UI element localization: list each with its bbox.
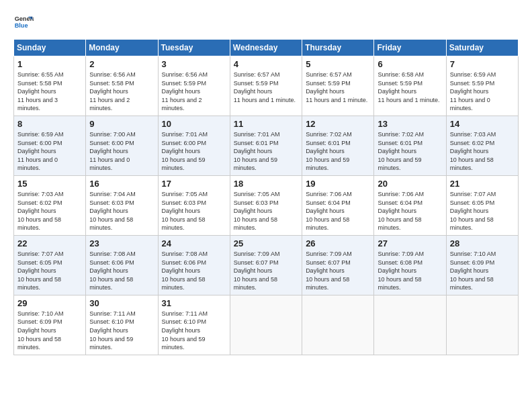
day-info: Sunrise: 7:05 AM Sunset: 6:03 PM Dayligh…: [162, 190, 226, 232]
day-cell: 17 Sunrise: 7:05 AM Sunset: 6:03 PM Dayl…: [158, 175, 230, 235]
day-number: 2: [89, 59, 154, 69]
day-number: 7: [450, 59, 515, 69]
day-info: Sunrise: 6:59 AM Sunset: 6:00 PM Dayligh…: [17, 130, 82, 173]
day-header-friday: Friday: [374, 40, 446, 56]
day-info: Sunrise: 7:02 AM Sunset: 6:01 PM Dayligh…: [378, 130, 442, 173]
day-header-monday: Monday: [86, 40, 158, 56]
day-number: 1: [17, 59, 82, 69]
day-number: 18: [234, 179, 298, 189]
day-cell: 2 Sunrise: 6:56 AM Sunset: 5:58 PM Dayli…: [86, 56, 158, 116]
day-cell: 15 Sunrise: 7:03 AM Sunset: 6:02 PM Dayl…: [14, 175, 86, 235]
day-info: Sunrise: 7:01 AM Sunset: 6:01 PM Dayligh…: [234, 130, 298, 173]
day-number: 29: [17, 298, 82, 308]
day-cell: 21 Sunrise: 7:07 AM Sunset: 6:05 PM Dayl…: [446, 175, 518, 235]
day-info: Sunrise: 7:10 AM Sunset: 6:09 PM Dayligh…: [450, 250, 515, 292]
day-number: 15: [17, 179, 82, 189]
day-info: Sunrise: 6:55 AM Sunset: 5:58 PM Dayligh…: [17, 71, 82, 113]
day-info: Sunrise: 7:09 AM Sunset: 6:07 PM Dayligh…: [234, 250, 298, 292]
day-header-wednesday: Wednesday: [230, 40, 302, 56]
day-number: 12: [306, 119, 370, 129]
day-info: Sunrise: 7:00 AM Sunset: 6:00 PM Dayligh…: [89, 130, 154, 173]
day-number: 16: [89, 179, 154, 189]
day-cell: 19 Sunrise: 7:06 AM Sunset: 6:04 PM Dayl…: [302, 175, 374, 235]
logo-icon: General Blue: [13, 12, 34, 32]
week-row-1: 1 Sunrise: 6:55 AM Sunset: 5:58 PM Dayli…: [14, 56, 519, 116]
day-info: Sunrise: 7:08 AM Sunset: 6:06 PM Dayligh…: [162, 250, 226, 292]
day-info: Sunrise: 7:06 AM Sunset: 6:04 PM Dayligh…: [378, 190, 442, 232]
day-cell: 24 Sunrise: 7:08 AM Sunset: 6:06 PM Dayl…: [158, 235, 230, 295]
day-cell: 14 Sunrise: 7:03 AM Sunset: 6:02 PM Dayl…: [446, 116, 518, 175]
day-number: 26: [306, 238, 370, 248]
day-info: Sunrise: 7:04 AM Sunset: 6:03 PM Dayligh…: [89, 190, 154, 232]
day-info: Sunrise: 6:57 AM Sunset: 5:59 PM Dayligh…: [234, 71, 298, 104]
day-number: 25: [234, 238, 298, 248]
day-cell: 29 Sunrise: 7:10 AM Sunset: 6:09 PM Dayl…: [14, 295, 86, 355]
day-info: Sunrise: 7:09 AM Sunset: 6:07 PM Dayligh…: [306, 250, 370, 292]
day-number: 27: [378, 238, 442, 248]
day-number: 23: [89, 238, 154, 248]
day-info: Sunrise: 7:03 AM Sunset: 6:02 PM Dayligh…: [450, 130, 515, 173]
day-number: 17: [162, 179, 226, 189]
day-number: 22: [17, 238, 82, 248]
week-row-3: 15 Sunrise: 7:03 AM Sunset: 6:02 PM Dayl…: [14, 175, 519, 235]
day-number: 31: [162, 298, 226, 308]
day-info: Sunrise: 7:06 AM Sunset: 6:04 PM Dayligh…: [306, 190, 370, 232]
calendar-body: 1 Sunrise: 6:55 AM Sunset: 5:58 PM Dayli…: [14, 56, 519, 355]
page: General Blue SundayMondayTuesdayWednesda…: [0, 0, 532, 411]
day-number: 14: [450, 119, 515, 129]
day-info: Sunrise: 7:08 AM Sunset: 6:06 PM Dayligh…: [89, 250, 154, 292]
day-number: 4: [234, 59, 298, 69]
day-info: Sunrise: 6:58 AM Sunset: 5:59 PM Dayligh…: [378, 71, 442, 104]
day-info: Sunrise: 6:56 AM Sunset: 5:58 PM Dayligh…: [89, 71, 154, 113]
week-row-4: 22 Sunrise: 7:07 AM Sunset: 6:05 PM Dayl…: [14, 235, 519, 295]
day-number: 30: [89, 298, 154, 308]
day-cell: 18 Sunrise: 7:05 AM Sunset: 6:03 PM Dayl…: [230, 175, 302, 235]
logo: General Blue: [13, 12, 34, 32]
day-cell: 31 Sunrise: 7:11 AM Sunset: 6:10 PM Dayl…: [158, 295, 230, 355]
day-header-tuesday: Tuesday: [158, 40, 230, 56]
svg-text:Blue: Blue: [15, 22, 28, 29]
day-info: Sunrise: 7:10 AM Sunset: 6:09 PM Dayligh…: [17, 310, 82, 352]
day-cell: 13 Sunrise: 7:02 AM Sunset: 6:01 PM Dayl…: [374, 116, 446, 175]
day-info: Sunrise: 7:07 AM Sunset: 6:05 PM Dayligh…: [17, 250, 82, 292]
day-cell: 23 Sunrise: 7:08 AM Sunset: 6:06 PM Dayl…: [86, 235, 158, 295]
day-info: Sunrise: 7:11 AM Sunset: 6:10 PM Dayligh…: [89, 310, 154, 352]
day-number: 10: [162, 119, 226, 129]
day-cell: [230, 295, 302, 355]
day-info: Sunrise: 6:57 AM Sunset: 5:59 PM Dayligh…: [306, 71, 370, 104]
day-number: 28: [450, 238, 515, 248]
day-cell: 10 Sunrise: 7:01 AM Sunset: 6:00 PM Dayl…: [158, 116, 230, 175]
day-cell: [302, 295, 374, 355]
day-number: 24: [162, 238, 226, 248]
day-number: 6: [378, 59, 442, 69]
day-info: Sunrise: 7:07 AM Sunset: 6:05 PM Dayligh…: [450, 190, 515, 232]
day-cell: 30 Sunrise: 7:11 AM Sunset: 6:10 PM Dayl…: [86, 295, 158, 355]
day-cell: [446, 295, 518, 355]
day-cell: 28 Sunrise: 7:10 AM Sunset: 6:09 PM Dayl…: [446, 235, 518, 295]
day-info: Sunrise: 7:02 AM Sunset: 6:01 PM Dayligh…: [306, 130, 370, 173]
week-row-5: 29 Sunrise: 7:10 AM Sunset: 6:09 PM Dayl…: [14, 295, 519, 355]
day-cell: 8 Sunrise: 6:59 AM Sunset: 6:00 PM Dayli…: [14, 116, 86, 175]
day-cell: 26 Sunrise: 7:09 AM Sunset: 6:07 PM Dayl…: [302, 235, 374, 295]
day-cell: 7 Sunrise: 6:59 AM Sunset: 5:59 PM Dayli…: [446, 56, 518, 116]
week-row-2: 8 Sunrise: 6:59 AM Sunset: 6:00 PM Dayli…: [14, 116, 519, 175]
day-number: 8: [17, 119, 82, 129]
day-cell: 12 Sunrise: 7:02 AM Sunset: 6:01 PM Dayl…: [302, 116, 374, 175]
day-cell: 25 Sunrise: 7:09 AM Sunset: 6:07 PM Dayl…: [230, 235, 302, 295]
day-header-saturday: Saturday: [446, 40, 518, 56]
day-cell: 22 Sunrise: 7:07 AM Sunset: 6:05 PM Dayl…: [14, 235, 86, 295]
calendar-table: SundayMondayTuesdayWednesdayThursdayFrid…: [13, 39, 519, 355]
day-number: 3: [162, 59, 226, 69]
day-number: 20: [378, 179, 442, 189]
day-header-thursday: Thursday: [302, 40, 374, 56]
day-info: Sunrise: 7:01 AM Sunset: 6:00 PM Dayligh…: [162, 130, 226, 173]
day-info: Sunrise: 7:11 AM Sunset: 6:10 PM Dayligh…: [162, 310, 226, 352]
day-cell: 11 Sunrise: 7:01 AM Sunset: 6:01 PM Dayl…: [230, 116, 302, 175]
day-number: 13: [378, 119, 442, 129]
day-cell: 20 Sunrise: 7:06 AM Sunset: 6:04 PM Dayl…: [374, 175, 446, 235]
day-cell: 16 Sunrise: 7:04 AM Sunset: 6:03 PM Dayl…: [86, 175, 158, 235]
day-number: 11: [234, 119, 298, 129]
day-info: Sunrise: 6:56 AM Sunset: 5:59 PM Dayligh…: [162, 71, 226, 113]
day-number: 9: [89, 119, 154, 129]
day-number: 21: [450, 179, 515, 189]
